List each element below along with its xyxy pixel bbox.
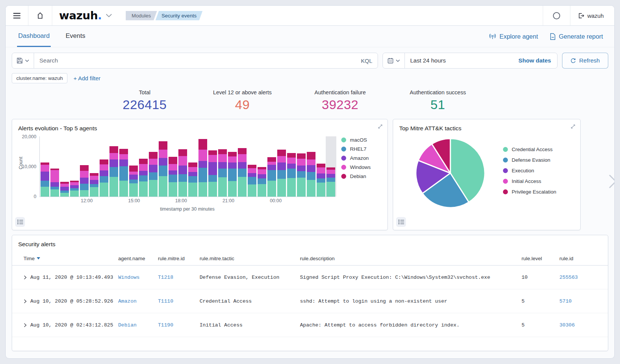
bar-bucket[interactable] bbox=[129, 136, 138, 197]
legend-item[interactable]: Credential Access bbox=[503, 147, 556, 152]
legend-toggle-button[interactable] bbox=[15, 217, 25, 227]
bar-bucket[interactable] bbox=[238, 136, 247, 197]
legend-item[interactable]: Defense Evasion bbox=[503, 157, 556, 163]
home-button[interactable] bbox=[28, 6, 52, 25]
carousel-next-arrow[interactable] bbox=[608, 174, 615, 189]
column-header-rule-mitre-tactic[interactable]: rule.mitre.tactic bbox=[200, 256, 300, 261]
generate-report-button[interactable]: Generate report bbox=[550, 33, 603, 40]
rule-id-link[interactable]: 30306 bbox=[559, 322, 575, 328]
bar-chart-legend: macOSRHEL7AmazonWindowsDebian bbox=[335, 136, 385, 212]
kql-selector[interactable]: KQL bbox=[356, 58, 378, 64]
column-header-agent-name[interactable]: agent.name bbox=[118, 256, 158, 261]
bar-segment-macos bbox=[90, 187, 98, 197]
explore-agent-button[interactable]: Explore agent bbox=[489, 33, 538, 40]
column-header-rule-id[interactable]: rule.id bbox=[559, 256, 602, 261]
bar-bucket[interactable] bbox=[277, 136, 286, 197]
column-header-rule-mitre-id[interactable]: rule.mitre.id bbox=[158, 256, 200, 261]
bar-bucket[interactable] bbox=[198, 136, 207, 197]
bar-bucket[interactable] bbox=[307, 136, 315, 197]
bar-bucket[interactable] bbox=[119, 136, 128, 197]
y-tick-label: 20,000 bbox=[22, 134, 36, 139]
refresh-button[interactable]: Refresh bbox=[562, 53, 608, 69]
mitre-id-link[interactable]: T1190 bbox=[158, 322, 173, 328]
bar-bucket[interactable] bbox=[228, 136, 237, 197]
agent-name-link[interactable]: Windows bbox=[118, 275, 140, 280]
bar-bucket[interactable] bbox=[159, 136, 167, 197]
legend-item[interactable]: Windows bbox=[341, 164, 385, 170]
logout-button[interactable]: wazuh bbox=[570, 6, 614, 25]
expand-row-icon[interactable] bbox=[23, 323, 27, 327]
breadcrumb-modules[interactable]: Modules bbox=[126, 11, 157, 20]
bar-bucket[interactable] bbox=[80, 136, 89, 197]
menu-icon[interactable] bbox=[6, 6, 28, 25]
bar-bucket[interactable] bbox=[41, 136, 49, 197]
rule-id-link[interactable]: 5710 bbox=[559, 298, 572, 304]
legend-toggle-button[interactable] bbox=[396, 217, 406, 227]
bar-bucket[interactable] bbox=[267, 136, 276, 197]
filter-pill-cluster-name[interactable]: cluster.name: wazuh bbox=[12, 73, 67, 83]
bar-segment-debian bbox=[297, 153, 306, 159]
bar-bucket[interactable] bbox=[297, 136, 306, 197]
stat-value[interactable]: 39232 bbox=[291, 97, 389, 112]
logo-chevron-down-icon[interactable] bbox=[106, 14, 112, 17]
expand-row-icon[interactable] bbox=[23, 275, 27, 280]
bar-bucket[interactable] bbox=[208, 136, 217, 197]
bar-bucket[interactable] bbox=[218, 136, 227, 197]
bar-bucket[interactable] bbox=[258, 136, 266, 197]
expand-row-icon[interactable] bbox=[23, 299, 27, 303]
legend-item[interactable]: Privilege Escalation bbox=[503, 189, 556, 195]
health-check-button[interactable] bbox=[543, 6, 570, 25]
tab-dashboard[interactable]: Dashboard bbox=[17, 26, 51, 47]
column-header-rule-description[interactable]: rule.description bbox=[300, 256, 522, 261]
agent-name-link[interactable]: Debian bbox=[118, 322, 137, 328]
column-header-time[interactable]: Time bbox=[23, 256, 118, 261]
bar-bucket[interactable] bbox=[60, 136, 69, 197]
stat-value[interactable]: 49 bbox=[194, 97, 291, 112]
bar-bucket[interactable] bbox=[188, 136, 197, 197]
stat-value[interactable]: 226415 bbox=[96, 97, 194, 112]
search-input[interactable] bbox=[34, 57, 356, 64]
legend-item[interactable]: Debian bbox=[341, 173, 385, 179]
bar-bucket[interactable] bbox=[100, 136, 108, 197]
rule-id-link[interactable]: 255563 bbox=[559, 275, 578, 280]
bar-bucket[interactable] bbox=[169, 136, 177, 197]
bar-bucket[interactable] bbox=[248, 136, 256, 197]
legend-item[interactable]: macOS bbox=[341, 137, 385, 143]
legend-item[interactable]: Amazon bbox=[341, 155, 385, 161]
wazuh-logo[interactable]: wazuh. bbox=[59, 9, 102, 22]
show-dates-button[interactable]: Show dates bbox=[512, 57, 557, 64]
mitre-id-link[interactable]: T1218 bbox=[158, 275, 173, 280]
bar-bucket[interactable] bbox=[50, 136, 59, 197]
legend-item[interactable]: Initial Access bbox=[503, 178, 556, 184]
time-value: Aug 11, 2020 @ 10:13:49.493 bbox=[30, 275, 113, 280]
bar-bucket[interactable] bbox=[326, 136, 335, 197]
mitre-id-link[interactable]: T1110 bbox=[158, 298, 173, 304]
bar-bucket[interactable] bbox=[139, 136, 148, 197]
legend-item[interactable]: RHEL7 bbox=[341, 146, 385, 152]
expand-icon[interactable] bbox=[570, 123, 576, 130]
bar-segment-amazon bbox=[139, 171, 148, 175]
bar-bucket[interactable] bbox=[109, 136, 118, 197]
stat-value[interactable]: 51 bbox=[389, 97, 487, 112]
tab-events[interactable]: Events bbox=[64, 26, 86, 47]
bar-bucket[interactable] bbox=[287, 136, 296, 197]
stacked-bar-chart[interactable] bbox=[39, 136, 335, 197]
legend-item[interactable]: Execution bbox=[503, 168, 556, 173]
add-filter-button[interactable]: + Add filter bbox=[73, 75, 100, 81]
pie-chart[interactable] bbox=[414, 137, 486, 209]
bar-bucket[interactable] bbox=[317, 136, 325, 197]
bar-bucket[interactable] bbox=[70, 136, 79, 197]
date-picker-menu[interactable] bbox=[383, 53, 405, 68]
saved-queries-menu[interactable] bbox=[12, 53, 34, 68]
date-range-value[interactable]: Last 24 hours bbox=[405, 57, 512, 64]
bar-bucket[interactable] bbox=[178, 136, 187, 197]
bar-bucket[interactable] bbox=[90, 136, 98, 197]
column-header-rule-level[interactable]: rule.level bbox=[522, 256, 559, 261]
bar-bucket[interactable] bbox=[149, 136, 158, 197]
bar-segment-rhel7 bbox=[228, 169, 237, 181]
bar-segment-debian bbox=[149, 152, 158, 159]
agent-name-link[interactable]: Amazon bbox=[118, 298, 137, 304]
breadcrumb-security-events[interactable]: Security events bbox=[156, 11, 203, 20]
expand-icon[interactable] bbox=[377, 123, 383, 130]
bar-segment-amazon bbox=[50, 182, 59, 187]
